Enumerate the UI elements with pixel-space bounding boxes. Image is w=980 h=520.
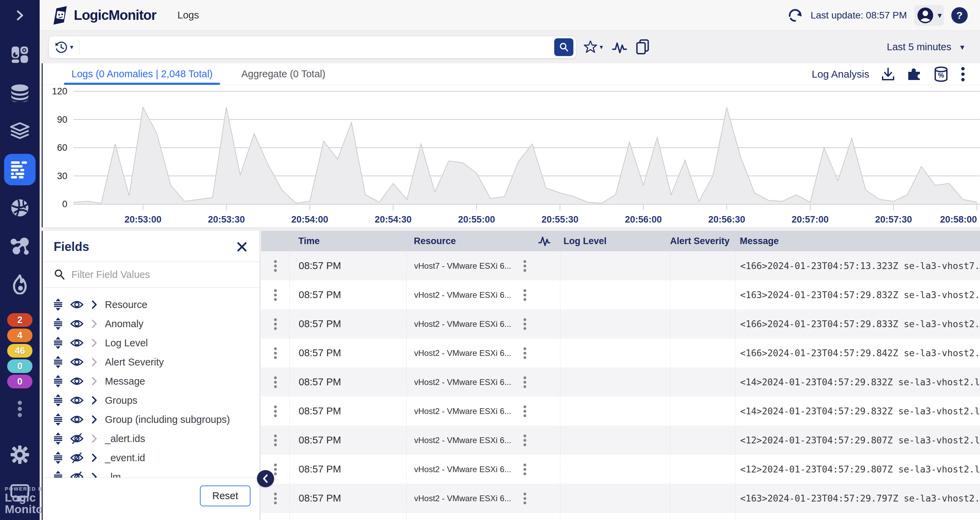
chevron-right-icon[interactable] xyxy=(91,300,98,310)
visibility-eye-off-icon[interactable] xyxy=(70,471,84,478)
alert-count-badge[interactable]: 0 xyxy=(7,375,32,388)
sidebar-item-dashboards[interactable] xyxy=(0,35,40,74)
sidebar-item-alerts[interactable] xyxy=(0,265,40,304)
row-actions-button[interactable] xyxy=(274,347,277,359)
refresh-button[interactable] xyxy=(787,8,803,23)
tab-logs[interactable]: Logs (0 Anomalies | 2,048 Total) xyxy=(67,63,217,85)
resource-actions-button[interactable] xyxy=(523,434,527,447)
visibility-eye-icon[interactable] xyxy=(70,376,84,387)
col-anomaly[interactable] xyxy=(528,235,560,247)
reset-button[interactable]: Reset xyxy=(200,485,250,506)
alert-count-badge[interactable]: 0 xyxy=(7,359,32,373)
sidebar-item-modules[interactable] xyxy=(0,112,40,150)
user-menu[interactable]: ▾ xyxy=(915,5,944,26)
search-input[interactable] xyxy=(79,38,554,57)
time-range-dropdown[interactable]: Last 5 minutes ▾ xyxy=(887,41,964,53)
anomalies-toggle[interactable] xyxy=(612,40,627,54)
integrations-button[interactable] xyxy=(907,67,921,81)
chevron-right-icon[interactable] xyxy=(91,319,98,329)
table-row[interactable]: 08:57 PMvHost2 - VMware ESXi 6...<14>202… xyxy=(261,397,980,426)
chevron-right-icon[interactable] xyxy=(91,453,98,463)
resource-actions-button[interactable] xyxy=(523,289,527,301)
sampling-button[interactable]: % xyxy=(934,66,948,82)
drag-handle-icon[interactable] xyxy=(53,317,63,330)
drag-handle-icon[interactable] xyxy=(53,375,63,388)
table-row[interactable]: 08:57 PMvHost2 - VMware ESXi 6...<163>20… xyxy=(261,513,980,520)
fields-filter-input[interactable] xyxy=(72,269,248,280)
favorite-queries-dropdown[interactable]: ▾ xyxy=(583,40,603,54)
resource-actions-button[interactable] xyxy=(523,260,527,272)
chevron-right-icon[interactable] xyxy=(91,434,98,444)
alert-count-badge[interactable]: 2 xyxy=(7,313,32,327)
chevron-right-icon[interactable] xyxy=(91,376,98,386)
chevron-right-icon[interactable] xyxy=(91,357,98,367)
sidebar-item-logs[interactable] xyxy=(0,150,40,189)
visibility-eye-off-icon[interactable] xyxy=(70,452,84,463)
drag-handle-icon[interactable] xyxy=(53,337,63,349)
table-row[interactable]: 08:57 PMvHost7 - VMware ESXi 6...<166>20… xyxy=(261,251,980,280)
resource-actions-button[interactable] xyxy=(523,318,527,330)
row-actions-button[interactable] xyxy=(274,492,277,505)
help-button[interactable]: ? xyxy=(951,7,968,24)
expand-nav-button[interactable] xyxy=(0,0,40,31)
more-options-button[interactable] xyxy=(961,67,965,82)
col-log-level[interactable]: Log Level xyxy=(560,236,670,247)
table-row[interactable]: 08:57 PMvHost2 - VMware ESXi 6...<12>202… xyxy=(261,455,980,484)
resource-actions-button[interactable] xyxy=(523,347,527,359)
col-resource[interactable]: Resource xyxy=(406,236,528,247)
table-row[interactable]: 08:57 PMvHost2 - VMware ESXi 6...<166>20… xyxy=(261,338,980,367)
row-actions-button[interactable] xyxy=(274,318,277,330)
resource-actions-button[interactable] xyxy=(523,376,527,388)
sidebar-item-settings[interactable] xyxy=(0,435,40,474)
visibility-eye-icon[interactable] xyxy=(70,395,84,406)
sidebar-item-mapping[interactable] xyxy=(0,227,40,265)
table-row[interactable]: 08:57 PMvHost2 - VMware ESXi 6...<163>20… xyxy=(261,484,980,513)
drag-handle-icon[interactable] xyxy=(53,451,63,464)
visibility-eye-icon[interactable] xyxy=(70,357,84,367)
drag-handle-icon[interactable] xyxy=(53,394,63,407)
sidebar-item-websites[interactable] xyxy=(0,189,40,227)
row-actions-button[interactable] xyxy=(274,260,277,272)
log-analysis-link[interactable]: Log Analysis xyxy=(812,69,869,80)
visibility-eye-icon[interactable] xyxy=(70,299,84,310)
row-actions-button[interactable] xyxy=(274,434,277,447)
drag-handle-icon[interactable] xyxy=(53,298,63,311)
resource-actions-button[interactable] xyxy=(523,405,527,418)
search-button[interactable] xyxy=(554,38,573,56)
search-history-dropdown[interactable]: ▾ xyxy=(55,40,79,54)
visibility-eye-icon[interactable] xyxy=(70,337,84,348)
table-row[interactable]: 08:57 PMvHost2 - VMware ESXi 6...<163>20… xyxy=(261,280,980,309)
alert-count-badge[interactable]: 4 xyxy=(7,329,32,342)
copy-query-button[interactable] xyxy=(636,39,649,55)
tab-aggregate[interactable]: Aggregate (0 Total) xyxy=(237,63,330,85)
visibility-eye-off-icon[interactable] xyxy=(70,433,84,444)
alert-count-badge[interactable]: 46 xyxy=(7,344,32,357)
fields-close-button[interactable] xyxy=(236,241,248,253)
col-message[interactable]: Message xyxy=(735,236,980,247)
table-row[interactable]: 08:57 PMvHost2 - VMware ESXi 6...<12>202… xyxy=(261,426,980,455)
visibility-eye-icon[interactable] xyxy=(70,318,84,329)
resource-actions-button[interactable] xyxy=(523,463,527,475)
row-actions-button[interactable] xyxy=(274,289,277,301)
drag-handle-icon[interactable] xyxy=(53,413,63,426)
resource-actions-button[interactable] xyxy=(523,492,527,505)
table-row[interactable]: 08:57 PMvHost2 - VMware ESXi 6...<14>202… xyxy=(261,367,980,397)
row-actions-button[interactable] xyxy=(274,376,277,388)
col-time[interactable]: Time xyxy=(290,236,406,247)
sidebar-item-resources[interactable] xyxy=(0,74,40,112)
col-alert-severity[interactable]: Alert Severity xyxy=(670,236,735,247)
download-button[interactable] xyxy=(881,67,894,81)
collapse-fields-button[interactable] xyxy=(257,470,274,487)
chevron-right-icon[interactable] xyxy=(91,338,98,348)
drag-handle-icon[interactable] xyxy=(53,432,63,445)
chevron-right-icon[interactable] xyxy=(91,472,98,478)
drag-handle-icon[interactable] xyxy=(53,356,63,368)
chevron-right-icon[interactable] xyxy=(91,414,98,424)
table-row[interactable]: 08:57 PMvHost2 - VMware ESXi 6...<166>20… xyxy=(261,309,980,338)
visibility-eye-icon[interactable] xyxy=(70,414,84,425)
drag-handle-icon[interactable] xyxy=(53,471,63,478)
chevron-right-icon[interactable] xyxy=(91,395,98,405)
row-actions-button[interactable] xyxy=(274,405,277,418)
row-actions-button[interactable] xyxy=(274,463,277,475)
sidebar-more-button[interactable] xyxy=(18,400,22,419)
